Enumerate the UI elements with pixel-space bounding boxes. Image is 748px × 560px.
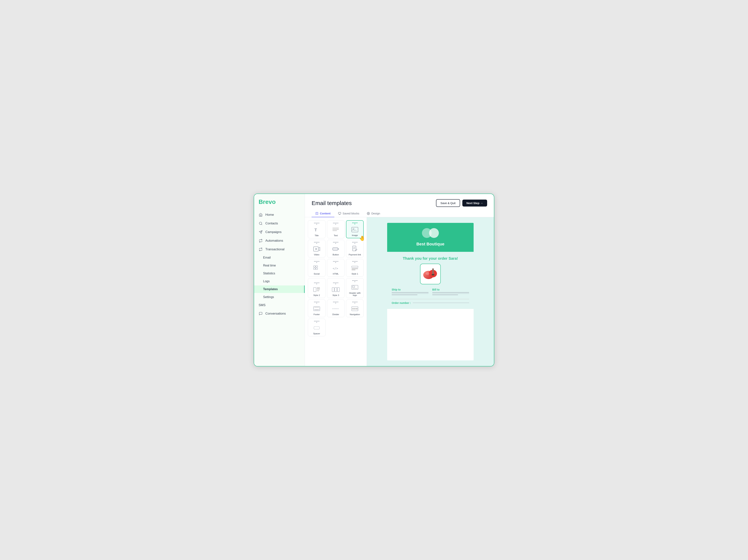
next-step-button[interactable]: Next Step → <box>462 200 487 207</box>
product-image-box <box>420 264 441 284</box>
svg-rect-36 <box>337 287 340 291</box>
email-header-block: Best Boutique <box>387 223 474 252</box>
save-quit-button[interactable]: Save & Quit <box>436 199 460 207</box>
block-navigation[interactable]: Navigation <box>346 300 364 317</box>
ship-to-col: Ship to <box>392 288 428 296</box>
bill-to-col: Bill to <box>432 288 469 296</box>
style2-icon <box>312 286 321 293</box>
app-container: Brevo Home Contacts <box>254 193 494 367</box>
block-header-logo[interactable]: Header with logo <box>346 278 364 298</box>
blocks-grid: T Title <box>308 220 364 336</box>
svg-rect-53 <box>432 274 434 276</box>
ship-line2 <box>392 294 428 294</box>
svg-marker-18 <box>315 248 317 250</box>
sidebar-item-automations[interactable]: Automations <box>254 237 305 245</box>
sidebar-item-label-home: Home <box>265 213 274 217</box>
sidebar-item-realtime[interactable]: Real time <box>254 262 305 269</box>
block-button[interactable]: Button <box>327 240 345 257</box>
sidebar-item-statistics[interactable]: Statistics <box>254 270 305 277</box>
payment-link-icon <box>350 245 359 253</box>
svg-rect-29 <box>352 270 355 270</box>
design-icon <box>367 212 370 215</box>
divider-icon <box>331 305 340 312</box>
sidebar-item-logs[interactable]: Logs <box>254 278 305 285</box>
block-spacer[interactable]: Spacer <box>308 319 326 336</box>
sidebar-item-label-settings: Settings <box>263 296 274 299</box>
svg-text:T: T <box>314 228 317 232</box>
tab-design[interactable]: Design <box>363 210 384 217</box>
block-divider[interactable]: Divider <box>327 300 345 317</box>
svg-rect-14 <box>332 230 337 231</box>
email-separator <box>392 299 469 299</box>
boutique-name: Best Boutique <box>416 242 444 247</box>
bill-line1 <box>432 292 469 293</box>
tabs-row: Content Saved blocks Design <box>305 207 494 217</box>
sidebar-item-campaigns[interactable]: Campaigns <box>254 228 305 236</box>
sidebar-item-sms[interactable]: SMS <box>254 301 305 309</box>
video-icon <box>312 245 321 253</box>
svg-rect-22 <box>313 266 315 267</box>
block-style1[interactable]: Style 1 <box>346 259 364 277</box>
email-preview: Best Boutique Thank you for your order S… <box>367 217 494 366</box>
text-icon <box>331 226 340 234</box>
sidebar-item-templates[interactable]: Templates <box>254 285 305 293</box>
blocks-panel: T Title <box>305 217 367 366</box>
svg-rect-41 <box>314 307 319 307</box>
svg-rect-23 <box>316 266 318 267</box>
svg-rect-38 <box>352 286 355 287</box>
page-title: Email templates <box>311 200 352 206</box>
tab-saved-blocks[interactable]: Saved blocks <box>334 210 363 217</box>
svg-point-54 <box>426 272 429 275</box>
block-text[interactable]: Text <box>327 220 345 238</box>
svg-rect-48 <box>356 308 357 309</box>
order-row: Order number : <box>392 301 469 304</box>
svg-rect-25 <box>316 268 318 270</box>
main-content: Email templates Save & Quit Next Step → … <box>305 194 494 366</box>
campaigns-icon <box>259 230 263 234</box>
block-social[interactable]: Social <box>308 259 326 277</box>
order-line <box>413 303 469 303</box>
svg-rect-27 <box>352 266 358 267</box>
svg-rect-49 <box>314 327 320 329</box>
svg-rect-31 <box>317 287 320 289</box>
block-payment-link[interactable]: Payment link <box>346 240 364 257</box>
bill-line3 <box>432 295 458 295</box>
svg-rect-32 <box>317 289 320 290</box>
block-style2[interactable]: Style 2 <box>308 278 326 298</box>
block-image[interactable]: Image 🤚 <box>346 220 364 238</box>
sidebar-item-transactional[interactable]: Transactional <box>254 245 305 254</box>
svg-rect-47 <box>354 308 356 309</box>
sidebar-item-home[interactable]: Home <box>254 211 305 219</box>
content-area: T Title <box>305 217 494 366</box>
block-footer[interactable]: Footer <box>308 300 326 317</box>
order-number-label: Order number : <box>392 301 411 304</box>
tab-content[interactable]: Content <box>311 210 334 217</box>
html-icon: </> <box>331 264 340 272</box>
header-logo-icon <box>350 284 359 291</box>
sidebar-item-label-conversations: Conversations <box>265 312 286 316</box>
sidebar-item-settings[interactable]: Settings <box>254 293 305 301</box>
svg-rect-7 <box>338 212 341 214</box>
ship-to-label: Ship to <box>392 288 428 291</box>
block-style3[interactable]: Style 3 <box>327 278 345 298</box>
sidebar-item-email[interactable]: Email <box>254 254 305 261</box>
thank-you-text: Thank you for your order Sara! <box>392 256 469 261</box>
sidebar: Brevo Home Contacts <box>254 194 305 366</box>
social-icon <box>312 264 321 272</box>
block-video[interactable]: Video <box>308 240 326 257</box>
block-html[interactable]: </> HTML <box>327 259 345 277</box>
sidebar-item-label-campaigns: Campaigns <box>265 230 282 234</box>
sidebar-item-conversations[interactable]: Conversations <box>254 309 305 318</box>
home-icon <box>259 213 263 217</box>
block-title[interactable]: T Title <box>308 220 326 238</box>
sidebar-item-contacts[interactable]: Contacts <box>254 219 305 228</box>
svg-rect-34 <box>332 287 334 291</box>
sidebar-item-label-email: Email <box>263 256 271 259</box>
svg-text:</>: </> <box>333 267 338 270</box>
svg-rect-15 <box>352 227 358 232</box>
sidebar-item-label-statistics: Statistics <box>263 272 275 275</box>
svg-point-10 <box>368 213 369 214</box>
brevo-logo: Brevo <box>259 199 276 205</box>
sidebar-item-label-templates: Templates <box>263 287 278 291</box>
sidebar-item-label-transactional: Transactional <box>265 248 284 251</box>
